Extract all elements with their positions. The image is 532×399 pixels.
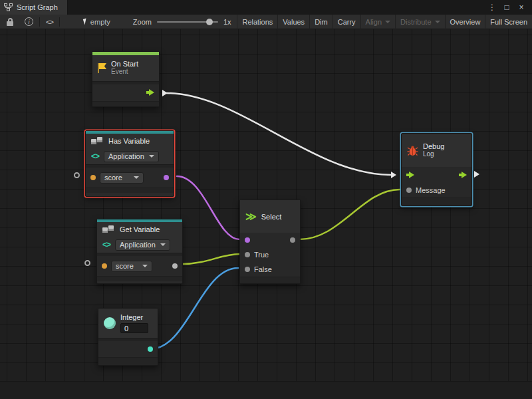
flow-continue-arrow-icon — [474, 171, 479, 178]
node-debug-log[interactable]: Debug Log Message — [401, 133, 472, 206]
name-input-port[interactable] — [102, 263, 107, 269]
select-arrows-icon: ≫ — [245, 211, 257, 222]
tab-script-graph[interactable]: Script Graph — [0, 0, 68, 15]
node-get-variable[interactable]: Get Variable <> Application score — [96, 219, 183, 284]
wire-getvariable-to-select-true[interactable] — [182, 254, 239, 264]
flow-input-port[interactable] — [406, 172, 414, 178]
tab-title: Script Graph — [17, 3, 58, 11]
integer-output-port[interactable] — [148, 346, 153, 352]
condition-input-port[interactable] — [245, 237, 250, 243]
chevron-down-icon — [142, 265, 148, 267]
chevron-down-icon — [160, 243, 166, 246]
integer-value-field[interactable]: 0 — [120, 323, 148, 333]
integer-icon — [104, 317, 116, 329]
port-row: False — [240, 262, 300, 277]
variable-name-dropdown[interactable]: score — [111, 261, 152, 272]
lock-icon — [5, 18, 15, 26]
menu-icon[interactable]: ⋮ — [487, 3, 497, 12]
selection-output-port[interactable] — [290, 237, 295, 243]
flow-output-port[interactable] — [459, 172, 467, 178]
overview-button[interactable]: Overview — [445, 15, 485, 29]
name-input-port[interactable] — [90, 175, 96, 180]
scope-dropdown[interactable]: Application — [104, 151, 159, 162]
zoom-slider-knob[interactable] — [206, 19, 213, 25]
toolbar-divider — [59, 17, 60, 27]
node-title: On Start — [111, 60, 138, 68]
zoom-label: Zoom — [133, 18, 152, 26]
node-has-variable[interactable]: Has Variable <> Application score — [85, 130, 174, 197]
dim-button[interactable]: Dim — [309, 15, 332, 29]
window-controls: ⋮ □ × — [487, 0, 532, 15]
variable-boxes-icon — [91, 136, 104, 146]
relations-button[interactable]: Relations — [237, 15, 277, 29]
port-row: score — [97, 256, 182, 276]
node-on-start[interactable]: On Start Event — [92, 51, 160, 107]
lock-button[interactable] — [0, 15, 20, 29]
variable-boxes-icon — [102, 225, 115, 234]
values-button[interactable]: Values — [277, 15, 309, 29]
align-button[interactable]: Align — [360, 15, 395, 29]
chevron-down-icon — [149, 155, 154, 158]
selection-status: empty — [84, 18, 110, 26]
node-title: Select — [261, 213, 282, 221]
wire-onstart-to-debuglog[interactable] — [166, 93, 391, 175]
node-footer — [86, 188, 174, 193]
chevron-down-icon — [134, 176, 139, 179]
node-header: Has Variable — [86, 134, 174, 148]
flag-icon — [98, 63, 106, 73]
true-input-port[interactable] — [245, 252, 250, 257]
wire-end-arrow-icon — [391, 172, 396, 178]
unconnected-object-port[interactable] — [74, 172, 80, 178]
node-footer — [98, 357, 158, 365]
port-label: Message — [416, 186, 446, 194]
wire-select-to-debuglog-message[interactable] — [299, 190, 400, 239]
node-header: Integer 0 — [98, 309, 158, 338]
variable-name-dropdown[interactable]: score — [100, 172, 144, 184]
bool-output-port[interactable] — [164, 175, 169, 180]
node-header: ≫ Select — [240, 200, 300, 233]
inspect-button[interactable]: i — [20, 15, 38, 29]
node-title: Get Variable — [120, 225, 160, 233]
maximize-icon[interactable]: □ — [501, 3, 512, 12]
wire-hasvariable-to-select-condition[interactable] — [177, 176, 239, 239]
carry-button[interactable]: Carry — [332, 15, 360, 29]
flow-output-port[interactable] — [146, 89, 154, 96]
node-subtitle: Log — [423, 150, 444, 158]
unconnected-object-port[interactable] — [84, 260, 90, 266]
port-label: False — [254, 265, 272, 273]
node-header: Debug Log — [402, 134, 471, 167]
node-header: On Start Event — [92, 55, 159, 81]
script-graph-window: Script Graph ⋮ □ × i <> empty Zoom — [0, 0, 532, 399]
wire-start-arrow-icon — [162, 90, 168, 96]
scope-dropdown[interactable]: Application — [115, 239, 170, 251]
node-integer[interactable]: Integer 0 — [98, 308, 158, 366]
node-title: Debug — [423, 142, 444, 150]
code-icon: <> — [46, 18, 53, 26]
close-icon[interactable]: × — [516, 3, 527, 12]
port-row — [98, 341, 158, 357]
false-input-port[interactable] — [245, 267, 250, 272]
value-output-port[interactable] — [172, 263, 178, 269]
node-footer — [92, 101, 159, 106]
node-footer — [240, 277, 300, 283]
code-icon: <> — [91, 152, 99, 161]
node-subtitle: Event — [111, 68, 138, 76]
full-screen-button[interactable]: Full Screen — [485, 15, 532, 29]
graph-icon — [4, 3, 13, 11]
node-header: Get Variable — [97, 222, 182, 237]
port-row — [402, 167, 471, 183]
zoom-value: 1x — [223, 18, 231, 26]
zoom-slider[interactable] — [157, 21, 218, 23]
code-view-button[interactable]: <> — [41, 15, 58, 29]
message-input-port[interactable] — [406, 188, 412, 193]
node-select[interactable]: ≫ Select True False — [239, 200, 301, 284]
chevron-down-icon — [385, 21, 390, 23]
graph-canvas[interactable]: On Start Event Has Variable <> Applicati… — [0, 29, 532, 399]
port-row: Message — [402, 183, 471, 198]
node-footer — [97, 276, 182, 281]
port-row — [240, 233, 300, 247]
port-row: True — [240, 247, 300, 262]
code-icon: <> — [102, 240, 110, 249]
distribute-button[interactable]: Distribute — [395, 15, 444, 29]
node-title: Integer — [120, 313, 148, 321]
